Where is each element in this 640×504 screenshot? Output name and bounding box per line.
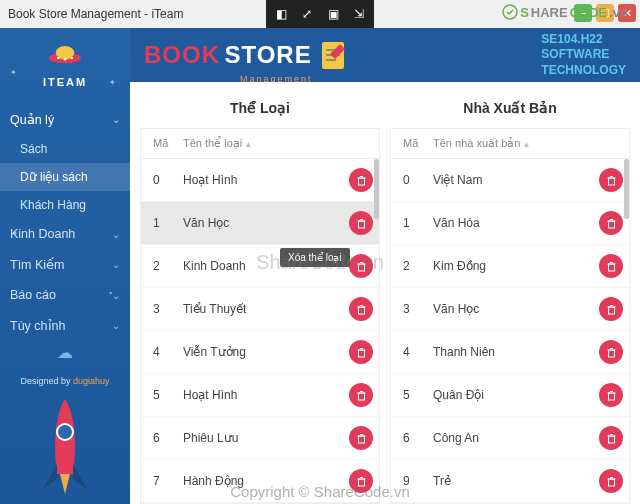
table-row[interactable]: 9Trẻ — [391, 460, 629, 503]
dev-tool-icon[interactable]: ⤢ — [294, 2, 320, 26]
header-info: SOFTWARE — [541, 47, 626, 63]
svg-point-5 — [70, 57, 73, 60]
table-row[interactable]: 5Quân Đội — [391, 374, 629, 417]
table-row[interactable]: 0Hoạt Hình — [141, 159, 379, 202]
panel-publishers: Nhà Xuất Bản Mã Tên nhà xuất bản▲ 0Việt … — [390, 94, 630, 504]
delete-button[interactable] — [599, 383, 623, 407]
ufo-icon — [45, 40, 85, 68]
nav-item[interactable]: Khách Hàng — [0, 191, 130, 219]
nav-group[interactable]: Quản lý⌄ — [0, 104, 130, 135]
nav-group[interactable]: Báo cáo⌄ — [0, 280, 130, 310]
sharecode-watermark: SHARECODE.vn — [502, 4, 628, 20]
header-info: TECHNOLOGY — [541, 63, 626, 79]
table-row[interactable]: 6Công An — [391, 417, 629, 460]
brand-store: STORE — [224, 41, 311, 69]
svg-rect-38 — [608, 221, 614, 228]
svg-rect-44 — [608, 307, 614, 314]
svg-point-4 — [64, 58, 67, 61]
logo-area: ITEAM — [0, 28, 130, 96]
table-header: Mã Tên thể loại▲ — [141, 129, 379, 159]
svg-rect-53 — [608, 436, 614, 443]
chevron-down-icon: ⌄ — [112, 229, 120, 240]
nav-item[interactable]: Sách — [0, 135, 130, 163]
svg-rect-14 — [358, 221, 364, 228]
nav-group[interactable]: Tìm Kiếm⌄ — [0, 249, 130, 280]
window-title: Book Store Management - iTeam — [8, 7, 183, 21]
rocket-icon — [25, 394, 105, 504]
header-info: SE104.H22 — [541, 32, 626, 48]
delete-button[interactable] — [349, 340, 373, 364]
delete-button[interactable] — [349, 211, 373, 235]
cloud-icon: ☁ — [0, 343, 130, 362]
delete-button[interactable] — [349, 383, 373, 407]
svg-rect-20 — [358, 307, 364, 314]
svg-rect-32 — [358, 479, 364, 486]
table-row[interactable]: 3Văn Học — [391, 288, 629, 331]
delete-button[interactable] — [349, 254, 373, 278]
sidebar: ✦ ✦ • • ITEAM Quản lý⌄SáchDữ liệu sáchKh… — [0, 28, 130, 504]
credit: Designed by dugiahuy — [0, 376, 130, 386]
delete-button[interactable] — [599, 469, 623, 493]
chevron-down-icon: ⌄ — [112, 114, 120, 125]
credit-link[interactable]: dugiahuy — [73, 376, 110, 386]
notepad-icon — [318, 38, 348, 72]
delete-button[interactable] — [599, 211, 623, 235]
scrollbar[interactable] — [374, 159, 379, 219]
delete-button[interactable] — [599, 426, 623, 450]
svg-rect-56 — [608, 479, 614, 486]
delete-button[interactable] — [349, 469, 373, 493]
app-header: BOOK STORE Management SE104.H22 SOFTWARE… — [130, 28, 640, 82]
table-row[interactable]: 0Việt Nam — [391, 159, 629, 202]
scrollbar[interactable] — [624, 159, 629, 219]
delete-button[interactable] — [599, 297, 623, 321]
chevron-down-icon: ⌄ — [112, 259, 120, 270]
sharecode-icon — [502, 4, 518, 20]
dev-toolbar: ◧ ⤢ ▣ ⇲ — [266, 0, 374, 28]
dev-tool-icon[interactable]: ▣ — [320, 2, 346, 26]
dev-tool-icon[interactable]: ◧ — [268, 2, 294, 26]
svg-rect-50 — [608, 393, 614, 400]
svg-point-3 — [57, 57, 60, 60]
nav-group[interactable]: Tùy chỉnh⌄ — [0, 310, 130, 341]
svg-rect-26 — [358, 393, 364, 400]
table-row[interactable]: 3Tiểu Thuyết — [141, 288, 379, 331]
table-header: Mã Tên nhà xuất bản▲ — [391, 129, 629, 159]
table-row[interactable]: 2Kim Đồng — [391, 245, 629, 288]
svg-rect-17 — [358, 264, 364, 271]
table-row[interactable]: 4Thanh Niên — [391, 331, 629, 374]
panel-title: Thể Loại — [140, 94, 380, 128]
svg-rect-41 — [608, 264, 614, 271]
table-row[interactable]: 6Phiêu Lưu — [141, 417, 379, 460]
table-row[interactable]: 1Văn Hóa — [391, 202, 629, 245]
delete-tooltip: Xóa thể loại — [280, 248, 350, 267]
brand-book: BOOK — [144, 41, 220, 69]
table-row[interactable]: 5Hoạt Hình — [141, 374, 379, 417]
dev-tool-icon[interactable]: ⇲ — [346, 2, 372, 26]
svg-rect-35 — [608, 178, 614, 185]
delete-button[interactable] — [599, 254, 623, 278]
panel-categories: Thể Loại Mã Tên thể loại▲ 0Hoạt Hình1Văn… — [140, 94, 380, 504]
delete-button[interactable] — [599, 340, 623, 364]
svg-rect-47 — [608, 350, 614, 357]
nav-group[interactable]: Kinh Doanh⌄ — [0, 219, 130, 249]
svg-rect-11 — [358, 178, 364, 185]
logo-text: ITEAM — [0, 76, 130, 88]
table-row[interactable]: 4Viễn Tưởng — [141, 331, 379, 374]
svg-rect-29 — [358, 436, 364, 443]
table-row[interactable]: 1Văn Học — [141, 202, 379, 245]
delete-button[interactable] — [349, 426, 373, 450]
chevron-down-icon: ⌄ — [112, 320, 120, 331]
table-row[interactable]: 7Hành Động — [141, 460, 379, 503]
delete-button[interactable] — [599, 168, 623, 192]
panel-title: Nhà Xuất Bản — [390, 94, 630, 128]
delete-button[interactable] — [349, 168, 373, 192]
chevron-down-icon: ⌄ — [112, 290, 120, 301]
nav-item[interactable]: Dữ liệu sách — [0, 163, 130, 191]
delete-button[interactable] — [349, 297, 373, 321]
svg-point-6 — [57, 424, 73, 440]
svg-rect-23 — [358, 350, 364, 357]
